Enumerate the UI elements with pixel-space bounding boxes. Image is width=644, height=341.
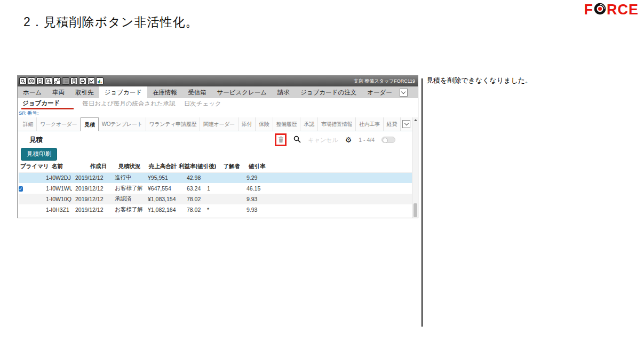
tab-attachments[interactable]: 添付 <box>238 117 256 131</box>
col-header-margin: 利益率(値引後) <box>179 161 205 172</box>
discount-cell: 9.93 <box>245 194 284 204</box>
tab-market-action-info[interactable]: 市場措置情報 <box>318 117 356 131</box>
nav-item-jobcard[interactable]: ジョブカード <box>99 86 147 98</box>
list-toggle[interactable] <box>381 137 395 143</box>
tab-insurance[interactable]: 保険 <box>256 117 273 131</box>
nav-item-jobcard-order[interactable]: ジョブカードの注文 <box>295 86 362 98</box>
tab-approval[interactable]: 承認 <box>300 117 317 131</box>
search-icon[interactable] <box>19 77 27 85</box>
detail-tabs: 詳細 ワークオーダー 見積 WOテンプレート ワランティ申請履歴 関連オーダー … <box>18 117 412 131</box>
table-row[interactable]: 1-I0W10Q 2019/12/12 承認済 ¥1,083,154 78.02… <box>19 194 412 204</box>
estimates-table: プライマリ 名前 作成日 見積状況 売上高合計 利益率(値引後) 了解者 値引率… <box>19 161 412 215</box>
print-icon[interactable] <box>79 77 86 85</box>
search-icon[interactable] <box>293 136 301 144</box>
button-row: 見積印刷 <box>18 147 418 161</box>
print-estimate-button[interactable]: 見積印刷 <box>21 148 57 161</box>
estimate-link[interactable]: 1-I0W2DJ <box>43 172 72 183</box>
tab-internal-work[interactable]: 社内工事 <box>356 117 384 131</box>
estimate-section-header: 見積 キャンセル ⚙ 1 - 4/4 <box>18 131 412 147</box>
estimate-link[interactable]: 1-I0W1WU <box>43 183 72 194</box>
nav-item-billing[interactable]: 請求 <box>272 86 295 98</box>
nav-item-order[interactable]: オーダー <box>362 86 397 98</box>
section-toolbar: キャンセル ⚙ 1 - 4/4 <box>275 133 395 146</box>
task-check-icon[interactable] <box>36 77 44 85</box>
chevron-down-icon <box>404 121 409 125</box>
pagination-label: 1 - 4/4 <box>359 137 375 143</box>
margin-cell: 78.02 <box>179 204 205 215</box>
col-header-discount: 値引率 <box>245 161 284 172</box>
app-toolbar: 支店 整備スタッフFORC119 <box>18 76 418 86</box>
discount-cell: 9.93 <box>245 204 284 215</box>
table-header-row: プライマリ 名前 作成日 見積状況 売上高合計 利益率(値引後) 了解者 値引率 <box>19 161 412 172</box>
discount-cell: 46.15 <box>245 183 284 194</box>
col-header-total: 売上高合計 <box>147 161 179 172</box>
app-screenshot: 支店 整備スタッフFORC119 ホーム 車両 取引先 ジョブカード 在庫情報 … <box>17 75 418 218</box>
sr-number-label: SR 番号: <box>18 109 418 117</box>
approver-cell <box>205 194 245 204</box>
tabs-overflow-dropdown[interactable] <box>402 120 410 128</box>
col-header-status: 見積状況 <box>112 161 147 172</box>
subnav-item-daily-check[interactable]: 日次チェック <box>184 100 221 108</box>
subnav-item-jobcard[interactable]: ジョブカード <box>21 99 74 109</box>
tab-details[interactable]: 詳細 <box>20 117 37 131</box>
gear-icon[interactable]: ⚙ <box>345 136 352 144</box>
chevron-down-icon <box>401 89 406 93</box>
status-cell: お客様了解 <box>112 183 147 194</box>
estimate-link[interactable]: 1-I0W10Q <box>43 194 72 204</box>
table-row[interactable]: 1-I0H3Z1 2019/12/12 お客様了解 ¥1,082,164 78.… <box>19 204 412 215</box>
primary-checkbox-checked[interactable] <box>19 186 23 192</box>
copy-icon[interactable] <box>45 77 52 85</box>
bar-chart-icon[interactable] <box>96 77 104 85</box>
tab-wo-template[interactable]: WOテンプレート <box>99 117 146 131</box>
margin-cell: 42.98 <box>179 172 205 183</box>
toggle-knob <box>383 138 388 143</box>
cancel-button: キャンセル <box>308 136 338 144</box>
table-row[interactable]: 1-I0W1WU 2019/12/12 お客様了解 ¥647,554 63.24… <box>19 183 412 194</box>
go-icon[interactable] <box>28 77 35 85</box>
annotation-text: 見積を削除できなくなりました。 <box>426 76 532 85</box>
nav-item-home[interactable]: ホーム <box>18 86 47 98</box>
nav-overflow-dropdown[interactable] <box>400 89 408 97</box>
total-cell: ¥95,951 <box>147 172 179 183</box>
tab-warranty-history[interactable]: ワランティ申請履歴 <box>146 117 200 131</box>
scrollbar-thumb[interactable] <box>414 203 417 217</box>
logo-swirl-icon <box>593 3 607 17</box>
subnav-item-consolidated-approval[interactable]: 毎日および毎月の統合された承認 <box>82 100 175 108</box>
status-cell: お客様了解 <box>112 204 147 215</box>
col-header-primary: プライマリ <box>19 161 43 172</box>
status-cell: 進行中 <box>112 172 147 183</box>
sub-nav: ジョブカード 毎日および毎月の統合された承認 日次チェック <box>18 98 418 109</box>
section-title: 見積 <box>29 136 43 145</box>
estimate-link[interactable]: 1-I0H3Z1 <box>43 204 72 215</box>
nav-item-vehicle[interactable]: 車両 <box>47 86 70 98</box>
margin-cell: 78.02 <box>179 194 205 204</box>
tab-maintenance-history[interactable]: 整備履歴 <box>273 117 301 131</box>
table-row[interactable]: 1-I0W2DJ 2019/12/12 進行中 ¥95,951 42.98 9.… <box>19 172 412 183</box>
main-nav: ホーム 車両 取引先 ジョブカード 在庫情報 受信箱 サービスクレーム 請求 ジ… <box>18 86 418 98</box>
created-cell: 2019/12/12 <box>72 204 112 215</box>
nav-item-service-claim[interactable]: サービスクレーム <box>211 86 272 98</box>
tab-estimate[interactable]: 見積 <box>81 117 98 131</box>
nav-item-partner[interactable]: 取引先 <box>70 86 99 98</box>
total-cell: ¥1,083,154 <box>147 194 179 204</box>
col-header-created: 作成日 <box>72 161 112 172</box>
logo-text-start: F <box>584 3 593 17</box>
link-icon[interactable] <box>53 77 61 85</box>
trash-icon <box>278 136 284 144</box>
line-chart-icon[interactable] <box>88 77 95 85</box>
tab-related-orders[interactable]: 関連オーダー <box>200 117 238 131</box>
margin-cell: 63.24 <box>179 183 205 194</box>
nav-item-inbox[interactable]: 受信箱 <box>182 86 212 98</box>
scroll-up-icon[interactable] <box>414 119 417 121</box>
approver-cell: * <box>205 204 245 215</box>
document-icon[interactable] <box>70 77 78 85</box>
total-cell: ¥1,082,164 <box>147 204 179 215</box>
tab-expenses[interactable]: 経費 <box>384 117 401 131</box>
created-cell: 2019/12/12 <box>72 194 112 204</box>
vertical-scrollbar[interactable] <box>412 117 418 218</box>
delete-highlight-box <box>275 133 287 146</box>
total-cell: ¥647,554 <box>147 183 179 194</box>
nav-item-inventory[interactable]: 在庫情報 <box>147 86 182 98</box>
tab-work-order[interactable]: ワークオーダー <box>37 117 81 131</box>
created-cell: 2019/12/12 <box>72 183 112 194</box>
